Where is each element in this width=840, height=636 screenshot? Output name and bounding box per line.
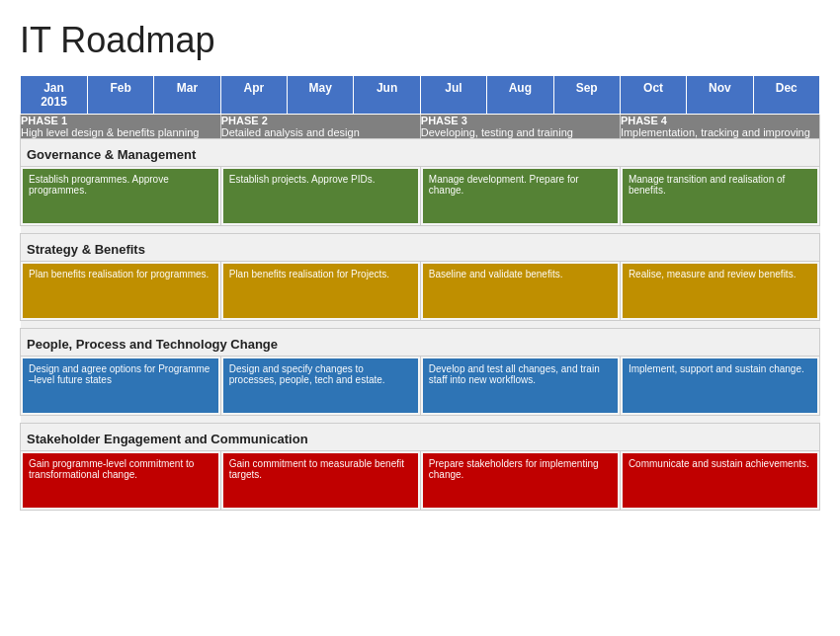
people-act-4-box: Implement, support and sustain change. (623, 358, 817, 413)
strat-act-1: Plan benefits realisation for programmes… (21, 262, 221, 321)
gov-act-3-box: Manage development. Prepare for change. (423, 169, 618, 223)
phase-1-cell: PHASE 1 High level design & benefits pla… (21, 115, 221, 139)
people-activity-row: Design and agree options for Programme –… (21, 357, 820, 416)
strat-act-1-box: Plan benefits realisation for programmes… (23, 264, 218, 318)
people-act-1: Design and agree options for Programme –… (21, 357, 221, 416)
strat-act-4: Realise, measure and review benefits. (620, 262, 819, 321)
gov-act-1: Establish programmes. Approve programmes… (21, 167, 221, 226)
phase-2-cell: PHASE 2 Detailed analysis and design (220, 115, 420, 139)
people-section-header: People, Process and Technology Change (21, 329, 820, 357)
stake-act-3: Prepare stakeholders for implementing ch… (420, 451, 620, 511)
stake-act-2-box: Gain commitment to measurable benefit ta… (223, 453, 418, 508)
month-apr: Apr (220, 76, 287, 115)
month-jun: Jun (354, 76, 420, 115)
phase-2-title: PHASE 2 (221, 115, 420, 126)
strat-act-2-box: Plan benefits realisation for Projects. (223, 264, 418, 318)
month-oct: Oct (620, 76, 686, 115)
gov-act-2-box: Establish projects. Approve PIDs. (223, 169, 418, 223)
strat-act-4-box: Realise, measure and review benefits. (623, 264, 817, 318)
month-dec: Dec (753, 76, 819, 115)
gov-act-2: Establish projects. Approve PIDs. (220, 167, 420, 226)
people-act-2-box: Design and specify changes to processes,… (223, 358, 418, 413)
stake-act-4-box: Communicate and sustain achievements. (623, 453, 817, 508)
phase-1-title: PHASE 1 (21, 115, 220, 126)
gov-act-1-box: Establish programmes. Approve programmes… (23, 169, 218, 223)
phase-1-subtitle: High level design & benefits planning (21, 126, 220, 138)
strategy-section-header: Strategy & Benefits (21, 234, 820, 262)
strategy-activity-row: Plan benefits realisation for programmes… (21, 262, 820, 321)
stake-act-4: Communicate and sustain achievements. (620, 451, 819, 511)
phase-4-cell: PHASE 4 Implementation, tracking and imp… (620, 115, 819, 139)
gov-act-4-box: Manage transition and realisation of ben… (623, 169, 817, 223)
gov-act-4: Manage transition and realisation of ben… (620, 167, 819, 226)
month-jan: Jan2015 (21, 76, 88, 115)
strat-act-2: Plan benefits realisation for Projects. (220, 262, 420, 321)
phase-3-subtitle: Developing, testing and training (421, 126, 620, 138)
phase-4-title: PHASE 4 (621, 115, 819, 126)
stake-act-1-box: Gain programme-level commitment to trans… (23, 453, 218, 508)
people-label: People, Process and Technology Change (21, 329, 820, 357)
strat-act-3-box: Baseline and validate benefits. (423, 264, 618, 318)
people-act-2: Design and specify changes to processes,… (220, 357, 420, 416)
phase-4-subtitle: Implementation, tracking and improving (621, 126, 819, 138)
phase-3-cell: PHASE 3 Developing, testing and training (420, 115, 620, 139)
gov-act-3: Manage development. Prepare for change. (420, 167, 620, 226)
month-feb: Feb (88, 76, 154, 115)
phase-row: PHASE 1 High level design & benefits pla… (21, 115, 820, 139)
month-aug: Aug (487, 76, 553, 115)
governance-label: Governance & Management (21, 139, 820, 167)
phase-3-title: PHASE 3 (421, 115, 620, 126)
people-act-4: Implement, support and sustain change. (620, 357, 819, 416)
strat-act-3: Baseline and validate benefits. (420, 262, 620, 321)
page-title: IT Roadmap (20, 20, 820, 61)
month-mar: Mar (154, 76, 220, 115)
header-row: Jan2015 Feb Mar Apr May Jun Jul Aug Sep … (21, 76, 820, 115)
month-may: May (288, 76, 354, 115)
stakeholder-activity-row: Gain programme-level commitment to trans… (21, 451, 820, 511)
roadmap-table: Jan2015 Feb Mar Apr May Jun Jul Aug Sep … (20, 75, 820, 511)
strategy-label: Strategy & Benefits (21, 234, 820, 262)
people-act-3: Develop and test all changes, and train … (420, 357, 620, 416)
stakeholder-label: Stakeholder Engagement and Communication (21, 424, 820, 451)
month-jul: Jul (420, 76, 486, 115)
people-act-3-box: Develop and test all changes, and train … (423, 358, 618, 413)
governance-section-header: Governance & Management (21, 139, 820, 167)
month-sep: Sep (553, 76, 620, 115)
stakeholder-section-header: Stakeholder Engagement and Communication (21, 424, 820, 451)
governance-activity-row: Establish programmes. Approve programmes… (21, 167, 820, 226)
stake-act-3-box: Prepare stakeholders for implementing ch… (423, 453, 618, 508)
people-act-1-box: Design and agree options for Programme –… (23, 358, 218, 413)
stake-act-1: Gain programme-level commitment to trans… (21, 451, 221, 511)
month-nov: Nov (687, 76, 753, 115)
phase-2-subtitle: Detailed analysis and design (221, 126, 420, 138)
stake-act-2: Gain commitment to measurable benefit ta… (220, 451, 420, 511)
